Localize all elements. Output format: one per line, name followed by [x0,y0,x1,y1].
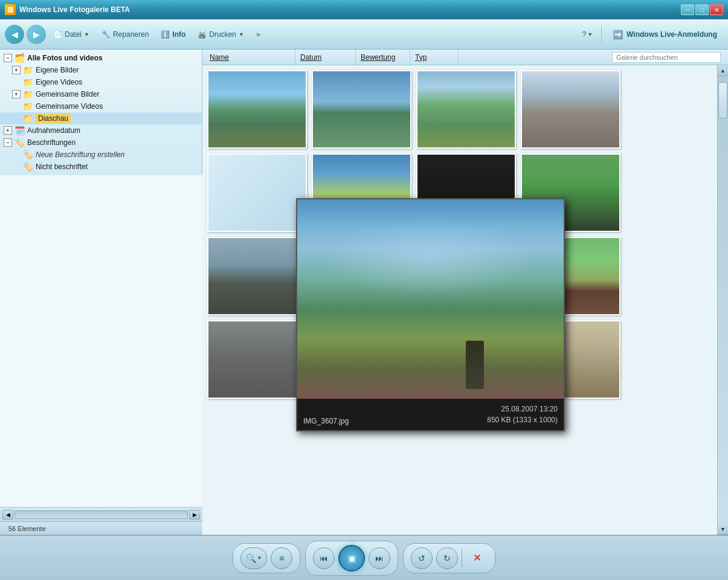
folder-icon: 📁 [23,102,33,111]
delete-button[interactable]: ✕ [466,547,488,569]
preview-image [297,199,564,399]
forward-button[interactable]: ▶ [27,25,46,44]
sidebar-item-diaschau[interactable]: 📁 Diaschau [0,112,202,124]
expand-icon[interactable]: − [4,54,12,62]
sidebar-label: Neue Beschriftung erstellen [36,150,124,159]
folder-icon: 📁 [23,77,33,87]
new-label-icon: 🏷️ [23,150,33,160]
sidebar-item-eigene-bilder[interactable]: + 📁 Eigene Bilder [0,64,202,76]
preview-details: 25.08.2007 13:20 850 KB (1333 x 1000) [487,404,558,425]
more-menu[interactable]: » [251,28,265,41]
photo-thumb[interactable] [207,70,307,149]
prev-button[interactable]: ⏮ [313,547,335,569]
window-title: Windows Live Fotogalerie BETA [19,5,677,14]
sidebar-tree: − 🗂️ Alle Fotos und videos + 📁 Eigene Bi… [0,50,202,175]
maximize-button[interactable]: □ [695,4,709,15]
bottom-left-group: 🔍 ▼ ≡ [233,543,301,573]
photo-thumb[interactable] [416,70,516,149]
search-box [459,52,726,63]
vertical-scrollbar: ▲ ▼ [717,65,728,535]
col-bewertung[interactable]: Bewertung [356,50,410,65]
scroll-down-button[interactable]: ▼ [718,524,728,535]
signin-button[interactable]: ➡️ Windows Live-Anmeldung [607,27,723,42]
sidebar-wrapper: − 🗂️ Alle Fotos und videos + 📁 Eigene Bi… [0,50,202,535]
scroll-track[interactable] [14,511,188,519]
main-layout: − 🗂️ Alle Fotos und videos + 📁 Eigene Bi… [0,50,728,535]
next-button[interactable]: ⏭ [369,547,390,569]
column-headers: Name Datum Bewertung Typ [202,50,728,65]
info-button[interactable]: ℹ️ Info [156,28,190,41]
col-datum[interactable]: Datum [295,50,356,65]
sidebar-label: Alle Fotos und videos [27,54,103,62]
sidebar-item-beschriftungen[interactable]: − 🏷️ Beschriftungen [0,137,202,149]
preview-filename: IMG_3607.jpg [303,417,349,425]
sidebar-item-eigene-videos[interactable]: 📁 Eigene Videos [0,76,202,88]
datei-menu[interactable]: 📄 Datei ▼ [48,28,94,41]
photo-thumb[interactable] [207,320,307,399]
sidebar-item-nicht-beschriftet[interactable]: 🏷️ Nicht beschriftet [0,161,202,173]
photo-thumb[interactable] [207,153,307,232]
search-icon: 🔍 [246,553,256,563]
scroll-thumb[interactable] [718,82,727,118]
minimize-button[interactable]: ─ [681,4,694,15]
scroll-up-button[interactable]: ▲ [718,65,728,76]
redo-icon: ↻ [443,553,451,563]
sidebar-item-aufnahmedatum[interactable]: + 🗓️ Aufnahmedatum [0,124,202,137]
title-bar: 🖼 Windows Live Fotogalerie BETA ─ □ ✕ [0,0,728,19]
help-button[interactable]: ? ▼ [579,28,597,41]
photo-thumb[interactable] [312,70,411,149]
folder-icon: 📁 [23,114,33,123]
redo-button[interactable]: ↻ [436,547,458,569]
sidebar-item-neue-beschriftung[interactable]: 🏷️ Neue Beschriftung erstellen [0,149,202,161]
play-icon: ▣ [348,553,356,563]
skip-back-icon: ⏮ [320,553,328,563]
search-button[interactable]: 🔍 ▼ [240,547,268,569]
folder-icon: 🗓️ [14,126,25,135]
scroll-track-vertical[interactable] [718,76,728,524]
expand-icon[interactable]: + [12,66,21,74]
reparieren-button[interactable]: 🔧 Reparieren [97,28,153,41]
close-button[interactable]: ✕ [710,4,723,15]
content-area: Name Datum Bewertung Typ [202,50,728,535]
back-button[interactable]: ◀ [5,25,24,44]
sidebar-scrollbar: ◀ ▶ [0,507,202,521]
file-icon: 📄 [53,30,62,39]
sidebar-item-all-photos[interactable]: − 🗂️ Alle Fotos und videos [0,52,202,64]
bottom-toolbar: 🔍 ▼ ≡ ⏮ ▣ ⏭ ↺ ↻ ✕ [0,535,728,580]
photo-preview-tooltip: IMG_3607.jpg 25.08.2007 13:20 850 KB (13… [296,198,565,431]
col-name[interactable]: Name [205,50,295,65]
window-controls: ─ □ ✕ [681,4,723,15]
col-typ[interactable]: Typ [410,50,459,65]
tag-icon: 🏷️ [14,138,25,147]
expand-icon[interactable]: + [12,90,21,98]
photo-grid: IMG_3607.jpg 25.08.2007 13:20 850 KB (13… [202,65,717,535]
expand-icon[interactable]: + [4,126,12,135]
sidebar-label: Gemeinsame Bilder [36,90,99,98]
info-icon: ℹ️ [161,30,170,39]
status-count: 56 Elemente [5,524,50,533]
chevron-down-icon: ▼ [84,31,89,37]
photo-thumb[interactable] [521,70,620,149]
list-view-button[interactable]: ≡ [271,547,292,569]
folder-icon: 📁 [23,65,33,75]
sidebar-label: Gemeinsame Videos [36,102,103,111]
scroll-left-button[interactable]: ◀ [2,510,13,520]
sidebar-label: Nicht beschriftet [36,163,88,171]
photo-thumb[interactable] [207,237,307,315]
undo-button[interactable]: ↺ [411,547,433,569]
drucken-menu[interactable]: 🖨️ Drucken ▼ [193,28,249,41]
play-button[interactable]: ▣ [338,545,365,572]
bottom-center-group: ⏮ ▣ ⏭ [305,541,398,576]
scroll-right-button[interactable]: ▶ [189,510,200,520]
sidebar-label: Beschriftungen [27,138,76,147]
expand-icon[interactable]: − [4,138,12,147]
sidebar: − 🗂️ Alle Fotos und videos + 📁 Eigene Bi… [0,50,202,507]
sidebar-item-gemeinsame-bilder[interactable]: + 📁 Gemeinsame Bilder [0,88,202,100]
list-icon: ≡ [279,553,284,563]
sidebar-item-gemeinsame-videos[interactable]: 📁 Gemeinsame Videos [0,100,202,112]
divider [462,549,462,567]
undo-icon: ↺ [418,553,425,563]
search-input[interactable] [612,52,721,63]
skip-fwd-icon: ⏭ [375,553,384,563]
repair-icon: 🔧 [101,30,111,39]
